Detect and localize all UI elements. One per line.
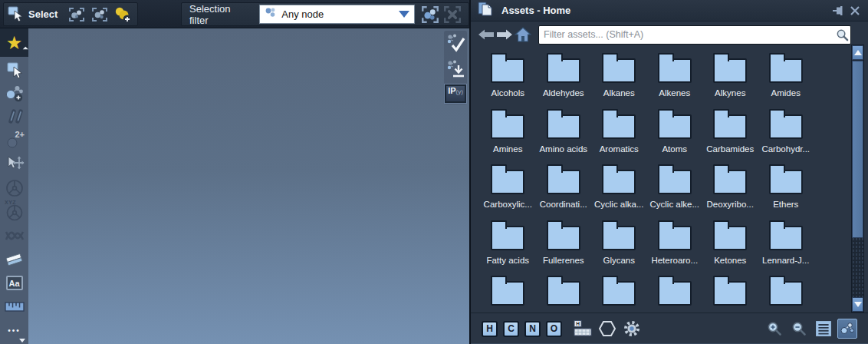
select-tool-group: Select [3,2,138,26]
element-button[interactable]: C [503,321,519,337]
asset-folder[interactable]: Carboxylic... [480,160,536,217]
folder-icon [769,114,803,139]
favorites-button[interactable]: ★ [0,28,28,57]
scroll-down-button[interactable] [852,297,863,312]
asset-folder[interactable] [702,272,758,313]
arrow-left-icon [478,28,495,41]
asset-folder[interactable]: Alcohols [480,49,536,105]
asset-folder[interactable]: Amino acids [536,105,592,161]
element-button[interactable]: O [546,321,562,337]
asset-folder[interactable]: Fatty acids [480,217,536,273]
close-panel-button[interactable] [848,4,862,18]
move-tool-button[interactable] [0,152,28,176]
scroll-up-button[interactable] [852,45,863,60]
folder-label: Amines [493,144,522,154]
translate-xyz-tool-button[interactable]: XYZ [0,200,28,223]
asset-folder-grid: Alcohols Aldehydes Alkanes Alkenes Alkyn… [480,49,814,313]
element-button[interactable]: N [524,321,541,337]
asset-folder[interactable]: Fullerenes [536,217,592,273]
zoom-in-button[interactable] [764,318,785,339]
asset-folder[interactable]: Atoms [647,105,703,161]
asset-folder[interactable]: Lennard-J... [758,217,814,273]
home-button[interactable] [514,25,532,44]
arrow-right-icon [496,28,513,41]
folder-icon [602,281,636,306]
folder-icon [713,281,747,306]
icon-view-button[interactable] [837,319,857,339]
asset-folder[interactable]: Carbohydr... [758,105,814,161]
triangle-down-icon [854,302,862,307]
asset-folder[interactable]: Amines [480,105,536,161]
periodic-table-button[interactable]: H [572,318,593,339]
asset-folder[interactable]: Glycans [591,217,647,273]
assets-panel: Assets - Home [469,0,868,344]
folder-icon [602,114,636,139]
asset-folder[interactable]: Ketones [702,217,758,273]
forward-button[interactable] [495,25,514,44]
asset-folder[interactable]: Coordinati... [536,160,592,217]
clear-selection-button[interactable] [442,4,464,25]
asset-folder[interactable] [480,272,536,313]
move-cursor-icon [5,155,25,174]
scrollbar-thumb[interactable] [852,61,863,238]
folder-icon [547,170,580,194]
import-selection-button[interactable] [445,58,466,80]
erase-tool-button[interactable] [0,247,28,271]
filter-assets-input[interactable] [539,29,833,40]
add-atoms-icon [5,83,25,103]
asset-folder[interactable]: Amides [758,49,814,105]
assets-nav-bar [471,22,868,48]
text-label-tool-button[interactable]: Aa [0,271,28,295]
assets-scrollbar[interactable] [851,45,864,313]
zoom-out-button[interactable] [788,318,810,339]
folder-icon [713,226,747,250]
search-icon [833,28,850,41]
asset-folder[interactable]: Carbamides [702,105,758,161]
asset-folder[interactable]: Heteroaro... [647,217,703,273]
settings-button[interactable] [621,318,643,339]
select-all-button[interactable] [419,4,442,25]
twist-tool-button[interactable] [0,223,28,247]
sidebar-expand-arrow-icon[interactable] [19,339,25,342]
asset-folder[interactable]: Cyclic alke... [647,160,703,217]
asset-folder[interactable]: Cyclic alka... [591,160,647,217]
asset-folder[interactable]: Ethers [758,160,814,217]
asset-folder[interactable]: Aldehydes [536,49,592,105]
asset-folder[interactable] [591,272,647,313]
select-tool-button[interactable] [0,57,28,81]
asset-folder[interactable] [758,272,814,313]
bonds-tool-button[interactable] [0,104,28,128]
folder-label: Alkanes [603,88,635,98]
rotate-tool-button[interactable] [0,176,28,200]
back-button[interactable] [477,25,495,44]
add-atoms-tool-button[interactable] [0,81,28,104]
charge-tool-button[interactable]: 2+ [0,128,28,152]
asset-folder[interactable] [536,272,592,313]
home-icon [515,27,531,42]
selection-filter-value: Any node [281,8,398,20]
list-view-button[interactable] [813,318,834,339]
asset-folder[interactable]: Alkynes [702,49,758,105]
measure-tool-button[interactable] [0,295,28,319]
select-atoms-mode-button[interactable] [65,4,88,25]
folder-label: Cyclic alka... [594,200,644,209]
pin-panel-button[interactable] [831,4,845,18]
element-button[interactable]: H [482,321,498,337]
asset-folder[interactable]: Alkenes [647,49,703,105]
folder-icon [602,58,636,83]
ip-typer-button[interactable]: IP(y) [445,84,466,103]
selection-filter-label: Selection filter [189,3,250,26]
ip-button-label: IP [448,86,455,95]
select-groups-mode-button[interactable] [88,4,111,25]
asset-folder[interactable]: Alkanes [591,49,647,105]
asset-folder[interactable] [647,272,703,313]
add-selection-button[interactable] [111,4,134,25]
viewport-canvas[interactable]: IP(y) [28,28,469,344]
ring-fragment-button[interactable] [597,318,618,339]
asset-folder[interactable]: Aromatics [591,105,647,161]
selection-filter-dropdown[interactable]: Any node [259,5,414,24]
folder-icon [491,226,524,250]
twist-icon [5,230,25,241]
asset-folder[interactable]: Deoxyribo... [702,160,758,217]
apply-selection-button[interactable] [445,32,466,54]
